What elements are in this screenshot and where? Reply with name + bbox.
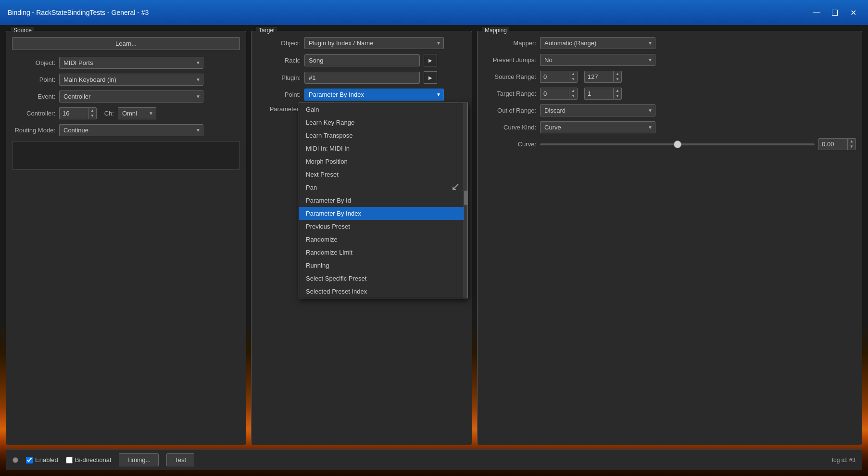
source-controller-num: ▲ ▼ bbox=[59, 107, 97, 119]
target-parameter-label: Parameter: bbox=[257, 105, 301, 113]
source-event-select-wrap: Controller ▼ bbox=[59, 90, 203, 103]
mapping-target-from-up[interactable]: ▲ bbox=[569, 88, 577, 94]
target-object-select[interactable]: Plugin by Index / Name bbox=[304, 37, 444, 49]
source-event-select[interactable]: Controller bbox=[59, 90, 203, 103]
source-object-select[interactable]: MIDI Ports bbox=[59, 57, 203, 69]
dropdown-item-randomize[interactable]: Randomize bbox=[299, 233, 467, 246]
bidirectional-checkbox-wrap[interactable]: Bi-directional bbox=[66, 456, 111, 463]
timing-button[interactable]: Timing... bbox=[119, 453, 159, 466]
target-plugin-play-btn[interactable]: ▶ bbox=[424, 71, 437, 84]
mapping-target-to-spinners: ▲ ▼ bbox=[613, 88, 622, 100]
mapping-source-range-row: Source Range: ▲ ▼ ▲ ▼ bbox=[483, 71, 856, 83]
target-point-label: Point: bbox=[257, 91, 301, 98]
target-rack-input[interactable] bbox=[304, 54, 420, 66]
source-object-row: Object: MIDI Ports ▼ bbox=[12, 57, 240, 69]
dropdown-item-midi-in[interactable]: MIDI In: MIDI In bbox=[299, 142, 467, 155]
target-object-row: Object: Plugin by Index / Name ▼ bbox=[257, 37, 466, 49]
mapping-out-of-range-label: Out of Range: bbox=[483, 107, 536, 114]
panels-row: Source Learn... Object: MIDI Ports ▼ Poi… bbox=[6, 31, 862, 445]
source-ch-select-wrap: Omni ▼ bbox=[118, 107, 156, 119]
mapping-target-from-input[interactable] bbox=[540, 88, 569, 100]
mapping-curve-kind-select[interactable]: Curve bbox=[540, 121, 655, 133]
mapping-source-to-input[interactable] bbox=[584, 71, 613, 83]
dropdown-scrollbar[interactable] bbox=[464, 103, 467, 298]
test-button[interactable]: Test bbox=[166, 453, 194, 466]
mapping-panel: Mapping Mapper: Automatic (Range) ▼ Prev… bbox=[477, 31, 862, 445]
mapping-curve-down[interactable]: ▼ bbox=[848, 144, 855, 150]
dropdown-item-select-specific-preset[interactable]: Select Specific Preset bbox=[299, 272, 467, 285]
mapping-source-to-down[interactable]: ▼ bbox=[614, 77, 621, 83]
source-routing-select[interactable]: Continue bbox=[59, 124, 203, 136]
target-plugin-input[interactable] bbox=[304, 72, 420, 84]
source-controller-input[interactable] bbox=[59, 107, 88, 119]
mapping-prevent-jumps-row: Prevent Jumps: No ▼ bbox=[483, 54, 856, 66]
mapping-target-to-input[interactable] bbox=[584, 88, 613, 100]
target-plugin-label: Plugin: bbox=[257, 74, 301, 81]
mapping-target-from-down[interactable]: ▼ bbox=[569, 94, 577, 100]
mapping-curve-spinners: ▲ ▼ bbox=[847, 138, 856, 150]
mapping-prevent-jumps-select[interactable]: No bbox=[540, 54, 655, 66]
target-rack-row: Rack: ▶ bbox=[257, 54, 466, 66]
source-label: Source bbox=[11, 27, 34, 34]
mapping-target-from-wrap: ▲ ▼ bbox=[540, 88, 578, 100]
minimize-button[interactable]: — bbox=[809, 6, 824, 19]
target-label: Target bbox=[256, 27, 277, 34]
mapping-source-from-down[interactable]: ▼ bbox=[569, 77, 577, 83]
dropdown-item-next-preset[interactable]: Next Preset bbox=[299, 168, 467, 181]
mapping-source-to-up[interactable]: ▲ bbox=[614, 71, 621, 77]
target-rack-play-btn[interactable]: ▶ bbox=[424, 54, 437, 66]
source-controller-down[interactable]: ▼ bbox=[88, 114, 96, 119]
source-info-area bbox=[12, 141, 240, 170]
titlebar: Binding - RackStateBindingTests - Genera… bbox=[0, 0, 868, 25]
mapping-source-range-label: Source Range: bbox=[483, 73, 536, 80]
dropdown-item-parameter-by-id[interactable]: Parameter By Id bbox=[299, 194, 467, 207]
dropdown-item-parameter-by-index[interactable]: Parameter By Index bbox=[299, 207, 467, 220]
mapping-source-from-input[interactable] bbox=[540, 71, 569, 83]
mapping-curve-value-input[interactable] bbox=[818, 138, 847, 150]
dropdown-scrollbar-thumb[interactable] bbox=[464, 191, 467, 205]
dropdown-item-learn-transpose[interactable]: Learn Transpose bbox=[299, 129, 467, 142]
titlebar-controls: — ❑ ✕ bbox=[809, 6, 860, 19]
window-title: Binding - RackStateBindingTests - Genera… bbox=[8, 9, 149, 16]
mapping-mapper-select[interactable]: Automatic (Range) bbox=[540, 37, 655, 49]
bidirectional-checkbox[interactable] bbox=[66, 457, 73, 463]
mapping-curve-slider[interactable] bbox=[540, 143, 815, 145]
dropdown-item-selected-preset-index[interactable]: Selected Preset Index bbox=[299, 285, 467, 298]
dropdown-item-pan[interactable]: Pan bbox=[299, 181, 467, 194]
target-rack-label: Rack: bbox=[257, 57, 301, 64]
dropdown-item-gain[interactable]: Gain bbox=[299, 103, 467, 116]
source-controller-up[interactable]: ▲ bbox=[88, 108, 96, 114]
mapping-mapper-row: Mapper: Automatic (Range) ▼ bbox=[483, 37, 856, 49]
mapping-prevent-jumps-label: Prevent Jumps: bbox=[483, 56, 536, 64]
mapping-curve-kind-label: Curve Kind: bbox=[483, 124, 536, 131]
source-panel: Source Learn... Object: MIDI Ports ▼ Poi… bbox=[6, 31, 246, 445]
dropdown-item-previous-preset[interactable]: Previous Preset bbox=[299, 220, 467, 233]
mapping-out-of-range-select[interactable]: Discard bbox=[540, 104, 655, 116]
mapping-curve-slider-wrap bbox=[540, 143, 815, 145]
mapping-target-from-spinners: ▲ ▼ bbox=[569, 88, 578, 100]
source-ch-select[interactable]: Omni bbox=[118, 107, 156, 119]
source-object-label: Object: bbox=[12, 59, 55, 66]
source-event-label: Event: bbox=[12, 93, 55, 100]
mapping-target-to-up[interactable]: ▲ bbox=[614, 88, 621, 94]
enabled-checkbox[interactable] bbox=[26, 457, 33, 463]
bidirectional-label: Bi-directional bbox=[75, 456, 111, 463]
target-object-label: Object: bbox=[257, 39, 301, 47]
mapping-prevent-jumps-select-wrap: No ▼ bbox=[540, 54, 655, 66]
dropdown-item-morph-position[interactable]: Morph Position bbox=[299, 155, 467, 168]
dropdown-scroll[interactable]: Gain Learn Key Range Learn Transpose MID… bbox=[299, 103, 467, 298]
learn-button[interactable]: Learn... bbox=[12, 37, 240, 50]
mapping-target-to-down[interactable]: ▼ bbox=[614, 94, 621, 100]
target-point-select[interactable]: Parameter By Index bbox=[304, 89, 444, 101]
maximize-button[interactable]: ❑ bbox=[828, 6, 842, 19]
mapping-curve-up[interactable]: ▲ bbox=[848, 139, 855, 144]
close-button[interactable]: ✕ bbox=[846, 6, 860, 19]
source-point-select[interactable]: Main Keyboard (in) bbox=[59, 74, 203, 86]
dropdown-item-running[interactable]: Running bbox=[299, 259, 467, 272]
mapping-curve-kind-row: Curve Kind: Curve ▼ bbox=[483, 121, 856, 133]
enabled-checkbox-wrap[interactable]: Enabled bbox=[26, 456, 58, 463]
dropdown-item-randomize-limit[interactable]: Randomize Limit bbox=[299, 246, 467, 259]
mapping-source-from-up[interactable]: ▲ bbox=[569, 71, 577, 77]
mapping-label: Mapping bbox=[482, 27, 509, 34]
dropdown-item-learn-key-range[interactable]: Learn Key Range bbox=[299, 116, 467, 129]
